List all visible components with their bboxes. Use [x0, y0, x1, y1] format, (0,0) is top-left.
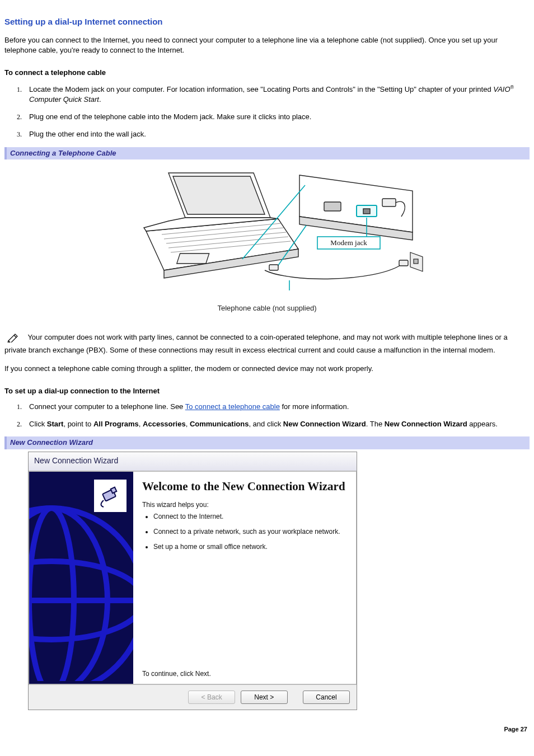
wizard-dialog: New Connection Wizard — [28, 452, 357, 711]
page-title: Setting up a dial-up Internet connection — [4, 16, 530, 27]
step-text: . The — [366, 420, 385, 428]
list-item: Connect your computer to a telephone lin… — [24, 402, 530, 412]
section2-heading: To set up a dial-up connection to the In… — [4, 386, 530, 396]
bold-accessories: Accessories — [143, 420, 186, 428]
cancel-button[interactable]: Cancel — [303, 691, 350, 704]
list-item: Connect to the Internet. — [153, 512, 346, 522]
figure2-caption-bar: New Connection Wizard — [4, 436, 530, 449]
bold-start: Start — [47, 420, 64, 428]
svg-rect-15 — [363, 209, 370, 214]
list-item: Plug the other end into the wall jack. — [24, 129, 530, 139]
list-item: Set up a home or small office network. — [153, 542, 346, 552]
step-text: Locate the Modem jack on your computer. … — [29, 85, 493, 93]
step-text: Click — [29, 420, 47, 428]
wizard-button-row: < Back Next > Cancel — [29, 684, 357, 710]
figure1-caption-bar: Connecting a Telephone Cable — [4, 147, 530, 159]
wizard-titlebar: New Connection Wizard — [29, 452, 357, 472]
svg-rect-24 — [414, 259, 418, 264]
bold-allprograms: All Programs — [93, 420, 139, 428]
intro-paragraph: Before you can connect to the Internet, … — [4, 35, 530, 55]
step-text: for more information. — [280, 402, 349, 411]
svg-rect-9 — [177, 253, 209, 264]
step-text: Connect your computer to a telephone lin… — [29, 402, 185, 411]
bold-communications: Communications — [190, 420, 249, 428]
svg-rect-16 — [382, 199, 396, 206]
wizard-bullets: Connect to the Internet. Connect to a pr… — [142, 512, 346, 557]
svg-rect-13 — [324, 202, 341, 211]
step-text: , and click — [249, 420, 283, 428]
step-text: , — [186, 420, 190, 428]
quickstart-italic: Computer Quick Start — [29, 95, 99, 104]
wizard-main: Welcome to the New Connection Wizard Thi… — [133, 472, 356, 684]
list-item: Connect to a private network, such as yo… — [153, 527, 346, 537]
list-item: Locate the Modem jack on your computer. … — [24, 84, 530, 105]
modem-jack-label: Modem jack — [330, 238, 367, 247]
svg-marker-1 — [173, 176, 265, 214]
figure1: Modem jack Telephone cable (not supplied… — [4, 159, 530, 317]
section1-steps: Locate the Modem jack on your computer. … — [4, 84, 530, 140]
note-paragraph-1: Your computer does not work with party l… — [4, 332, 530, 355]
wizard-helps: This wizard helps you: — [142, 500, 346, 510]
registered-mark: ® — [510, 84, 514, 90]
svg-rect-22 — [399, 260, 408, 266]
next-button[interactable]: Next > — [241, 691, 288, 704]
figure1-caption: Telephone cable (not supplied) — [4, 303, 530, 313]
note-paragraph-2: If you connect a telephone cable coming … — [4, 364, 530, 374]
bold-ncw2: New Connection Wizard — [385, 420, 467, 428]
svg-rect-33 — [111, 487, 117, 494]
step-text: , — [139, 420, 143, 428]
wizard-sidebar — [29, 472, 133, 684]
section2-steps: Connect your computer to a telephone lin… — [4, 402, 530, 429]
wizard-heading: Welcome to the New Connection Wizard — [142, 480, 346, 494]
modem-jack-diagram: Modem jack — [110, 165, 424, 299]
svg-rect-21 — [269, 265, 278, 270]
section1-heading: To connect a telephone cable — [4, 68, 530, 78]
note-text: Your computer does not work with party l… — [4, 333, 508, 354]
note-icon — [7, 332, 19, 345]
plug-icon — [98, 483, 123, 508]
bold-ncw: New Connection Wizard — [283, 420, 366, 428]
link-connect-cable[interactable]: To connect a telephone cable — [185, 402, 280, 411]
wizard-continue: To continue, click Next. — [142, 636, 346, 679]
list-item: Plug one end of the telephone cable into… — [24, 112, 530, 122]
vaio-word: VAIO — [493, 85, 510, 93]
list-item: Click Start, point to All Programs, Acce… — [24, 419, 530, 429]
wizard-side-icon — [94, 480, 127, 512]
step-text: , point to — [63, 420, 93, 428]
step-text-end: . — [99, 95, 101, 104]
step-text: appears. — [467, 420, 498, 428]
back-button: < Back — [188, 691, 235, 704]
